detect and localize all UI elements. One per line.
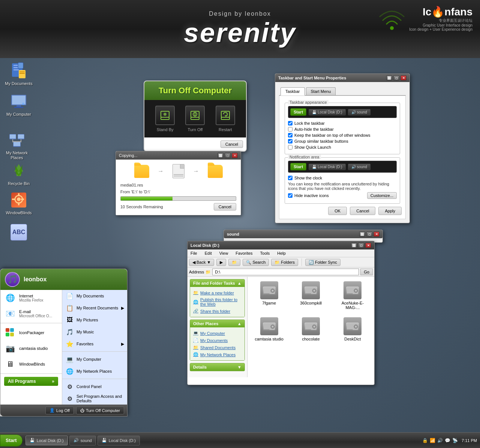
- taskbar-btn-local-disk-2[interactable]: 💾 Local Disk (D:): [98, 436, 140, 445]
- desktop-icon-windowblinds[interactable]: WindowBlinds: [4, 191, 34, 215]
- up-button[interactable]: 📁: [228, 259, 240, 266]
- folder-sync-button[interactable]: 🔄 Folder Sync: [305, 259, 340, 266]
- hideinactive-checkbox[interactable]: [288, 193, 292, 198]
- turnoff-cancel-button[interactable]: Cancel: [220, 140, 243, 148]
- menu-view[interactable]: View: [218, 250, 230, 256]
- folders-button[interactable]: 📁 Folders: [271, 259, 298, 266]
- forward-button[interactable]: ▶: [216, 259, 226, 266]
- sound-max-btn[interactable]: ◻: [366, 231, 372, 237]
- ontop-label: Keep the taskbar on top of other windows: [294, 133, 370, 137]
- tray-icon-sound[interactable]: 🔊: [437, 438, 443, 444]
- turnoff-restart[interactable]: Restart: [216, 106, 235, 132]
- svg-point-50: [314, 290, 315, 291]
- turnoff-off[interactable]: Turn Off: [185, 106, 205, 132]
- menu-favorites[interactable]: Favorites: [234, 250, 254, 256]
- tray-icon-antenna[interactable]: 📡: [452, 438, 458, 444]
- all-programs-button[interactable]: All Programs »: [4, 377, 58, 386]
- sound-min-btn[interactable]: ⬜: [359, 231, 365, 237]
- props-ok-button[interactable]: OK: [328, 207, 347, 215]
- start-item-internet[interactable]: 🌐 Internet Mozilla Firefox: [0, 290, 62, 306]
- go-button[interactable]: Go: [360, 269, 373, 275]
- autohide-checkbox[interactable]: [288, 127, 292, 131]
- copy-minimize-btn[interactable]: ⬜: [218, 153, 224, 158]
- quicklaunch-label: Show Quick Launch: [294, 145, 331, 149]
- right-network[interactable]: 🌐 My Network Places: [62, 365, 127, 377]
- lock-taskbar-checkbox[interactable]: [288, 121, 292, 125]
- menu-help[interactable]: Help: [276, 250, 287, 256]
- start-item-email[interactable]: 📧 E-mail Microsoft Office O...: [0, 306, 62, 321]
- start-item-camtasia[interactable]: 📷 camtasia studio: [0, 340, 62, 356]
- props-min-btn[interactable]: ⬜: [386, 75, 392, 81]
- sound-close-btn[interactable]: ✕: [374, 231, 380, 237]
- task-share[interactable]: 🔗 Share this folder: [192, 308, 242, 315]
- explorer-toolbar: ◀ Back ▼ ▶ 📁 🔍 Search 📁 Folders 🔄 Folder…: [188, 257, 374, 267]
- file-item-7fgame[interactable]: 7fgame: [250, 280, 288, 311]
- file-item-deskdict[interactable]: DeskDict: [334, 316, 371, 343]
- quicklaunch-checkbox[interactable]: [288, 145, 292, 149]
- props-close-btn[interactable]: ✕: [400, 75, 406, 81]
- file-item-360compkill[interactable]: 360compkill: [292, 280, 329, 311]
- tab-taskbar[interactable]: Taskbar: [280, 87, 305, 96]
- place-my-documents[interactable]: 📄 My Documents: [192, 337, 242, 344]
- right-control-panel[interactable]: ⚙ Control Panel: [62, 381, 127, 393]
- right-computer-icon: 💻: [65, 355, 74, 364]
- copy-close-btn[interactable]: ✕: [232, 153, 238, 158]
- file-tasks-title[interactable]: File and Folder Tasks ▲: [190, 279, 244, 287]
- place-shared-docs[interactable]: 📁 Shared Documents: [192, 344, 242, 351]
- task-publish[interactable]: 🌐 Publish this folder to the Web: [192, 296, 242, 308]
- svg-rect-32: [161, 117, 169, 119]
- file-item-acenuke[interactable]: AceNuke-E-MAG-...: [334, 280, 371, 311]
- start-item-windowblinds[interactable]: 🖥 WindowBlinds: [0, 356, 62, 372]
- desktop-icon-network[interactable]: My Network Places: [2, 131, 32, 160]
- disk-max-btn[interactable]: ◻: [358, 243, 364, 248]
- start-button[interactable]: Start: [0, 435, 22, 447]
- customize-button[interactable]: Customize...: [367, 192, 397, 199]
- disk-min-btn[interactable]: ⬜: [351, 243, 357, 248]
- start-item-iconpackager[interactable]: IconPackager: [0, 325, 62, 340]
- search-button[interactable]: 🔍 Search: [243, 259, 269, 266]
- details-title[interactable]: Details ▼: [190, 363, 244, 371]
- group-checkbox[interactable]: [288, 139, 292, 143]
- right-my-pictures[interactable]: 🖼 My Pictures: [62, 314, 127, 326]
- desktop-icon-recycle[interactable]: Recycle Bin: [4, 162, 34, 186]
- right-my-computer[interactable]: 💻 My Computer: [62, 353, 127, 365]
- showclock-checkbox[interactable]: [288, 176, 292, 180]
- address-input[interactable]: [212, 269, 359, 275]
- place-my-computer[interactable]: 💻 My Computer: [192, 330, 242, 337]
- right-set-program[interactable]: ⚙ Set Program Access and Defaults: [62, 393, 127, 405]
- ontop-checkbox[interactable]: [288, 133, 292, 137]
- props-apply-button[interactable]: Apply: [378, 207, 402, 215]
- desktop-icon-shortcut[interactable]: ABC: [4, 223, 34, 243]
- taskbar-btn-local-disk-1[interactable]: 💾 Local Disk (D:): [26, 436, 68, 445]
- tab-start-menu[interactable]: Start Menu: [306, 87, 336, 95]
- copy-cancel-button[interactable]: Cancel: [214, 203, 236, 211]
- tray-icon-network[interactable]: 📶: [429, 438, 435, 444]
- place-network[interactable]: 🌐 My Network Places: [192, 351, 242, 358]
- taskbar-btn-sound[interactable]: 🔊 sound: [69, 436, 96, 445]
- task-new-folder[interactable]: 📁 Make a new folder: [192, 289, 242, 296]
- tray-icon-msg[interactable]: 💬: [444, 438, 450, 444]
- props-cancel-button[interactable]: Cancel: [350, 207, 375, 215]
- disk-close-btn[interactable]: ✕: [365, 243, 371, 248]
- back-button[interactable]: ◀ Back ▼: [189, 259, 214, 266]
- right-my-music[interactable]: 🎵 My Music: [62, 326, 127, 338]
- right-recent-docs[interactable]: 📋 My Recent Documents ▶: [62, 302, 127, 314]
- other-places-title[interactable]: Other Places ▲: [190, 320, 244, 327]
- menu-tools[interactable]: Tools: [259, 250, 272, 256]
- desktop-icon-my-documents[interactable]: My Documents: [4, 62, 34, 86]
- tray-icon-lock[interactable]: 🔒: [422, 438, 428, 444]
- menu-file[interactable]: File: [189, 250, 199, 256]
- turnoff-standby[interactable]: Stand By: [155, 106, 175, 132]
- menu-edit[interactable]: Edit: [203, 250, 213, 256]
- right-favorites[interactable]: ⭐ Favorites ▶: [62, 338, 127, 350]
- file-item-camtasia[interactable]: camtasia studio: [250, 316, 288, 343]
- turnoff-footer-button[interactable]: ⏻ Turn Off Computer: [76, 406, 124, 414]
- right-my-documents[interactable]: 📄 My Documents: [62, 290, 127, 302]
- file-item-chocolate[interactable]: chocolate: [292, 316, 329, 343]
- logoff-button[interactable]: 👤 Log Off: [45, 406, 74, 414]
- copy-maximize-btn[interactable]: ◻: [225, 153, 231, 158]
- copy-icons: → →: [120, 164, 236, 178]
- props-max-btn[interactable]: ◻: [393, 75, 399, 81]
- svg-point-45: [272, 290, 273, 291]
- desktop-icon-my-computer[interactable]: My Computer: [4, 93, 34, 117]
